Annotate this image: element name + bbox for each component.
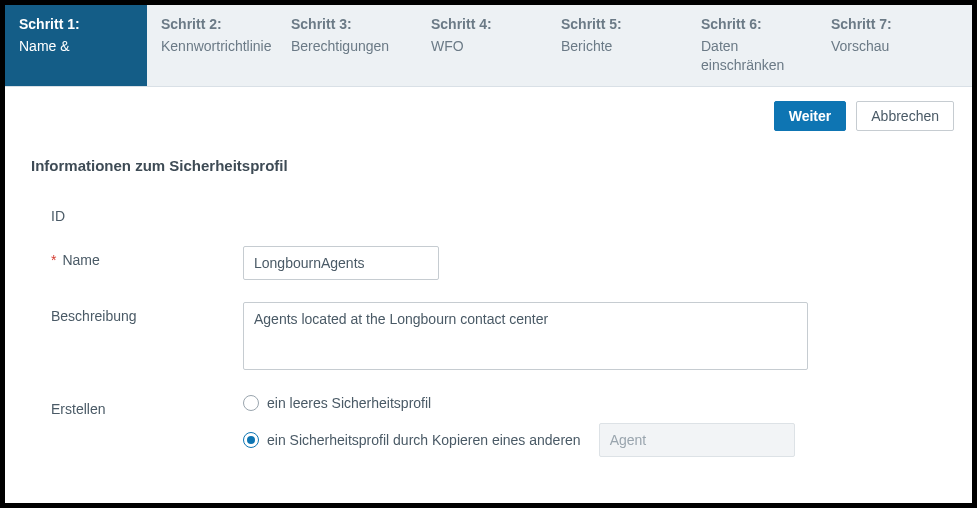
radio-icon[interactable]: [243, 432, 259, 448]
wizard-steps: Schritt 1: Name & Schritt 2: Kennwortric…: [5, 5, 972, 87]
id-label: ID: [31, 202, 243, 224]
step-subtitle: Name &: [19, 37, 135, 57]
radio-label-blank: ein leeres Sicherheitsprofil: [267, 395, 431, 411]
form-area: Informationen zum Sicherheitsprofil ID *…: [5, 139, 972, 483]
required-indicator: *: [51, 252, 56, 268]
step-4-wfo[interactable]: Schritt 4: WFO: [417, 5, 547, 86]
radio-icon[interactable]: [243, 395, 259, 411]
next-button[interactable]: Weiter: [774, 101, 847, 131]
radio-label-copy: ein Sicherheitsprofil durch Kopieren ein…: [267, 432, 581, 448]
step-7-preview[interactable]: Schritt 7: Vorschau: [817, 5, 972, 86]
name-label: Name: [62, 252, 99, 268]
step-6-restrict-data[interactable]: Schritt 6: Daten einschränken: [687, 5, 817, 86]
description-textarea[interactable]: [243, 302, 808, 370]
row-id: ID: [31, 202, 946, 224]
step-title: Schritt 6:: [701, 15, 805, 35]
radio-option-copy[interactable]: ein Sicherheitsprofil durch Kopieren ein…: [243, 423, 946, 457]
step-subtitle: Vorschau: [831, 37, 960, 57]
row-name: * Name: [31, 246, 946, 280]
create-label: Erstellen: [31, 395, 243, 417]
copy-source-select[interactable]: Agent: [599, 423, 795, 457]
step-title: Schritt 4:: [431, 15, 535, 35]
radio-option-blank[interactable]: ein leeres Sicherheitsprofil: [243, 395, 946, 411]
step-title: Schritt 3:: [291, 15, 405, 35]
step-subtitle: Berichte: [561, 37, 675, 57]
action-bar: Weiter Abbrechen: [5, 87, 972, 139]
step-subtitle: WFO: [431, 37, 535, 57]
step-3-permissions[interactable]: Schritt 3: Berechtigungen: [277, 5, 417, 86]
cancel-button[interactable]: Abbrechen: [856, 101, 954, 131]
step-subtitle: Kennwortrichtlinie: [161, 37, 265, 57]
step-subtitle: Daten einschränken: [701, 37, 805, 76]
step-title: Schritt 7:: [831, 15, 960, 35]
step-2-password-policy[interactable]: Schritt 2: Kennwortrichtlinie: [147, 5, 277, 86]
step-title: Schritt 1:: [19, 15, 135, 35]
wizard-frame: Schritt 1: Name & Schritt 2: Kennwortric…: [5, 5, 972, 503]
name-input[interactable]: [243, 246, 439, 280]
step-1-name[interactable]: Schritt 1: Name &: [5, 5, 147, 86]
name-label-wrap: * Name: [31, 246, 243, 268]
step-5-reports[interactable]: Schritt 5: Berichte: [547, 5, 687, 86]
row-description: Beschreibung: [31, 302, 946, 373]
description-label: Beschreibung: [31, 302, 243, 324]
step-subtitle: Berechtigungen: [291, 37, 405, 57]
step-title: Schritt 5:: [561, 15, 675, 35]
step-title: Schritt 2:: [161, 15, 265, 35]
section-title: Informationen zum Sicherheitsprofil: [31, 157, 946, 174]
row-create: Erstellen ein leeres Sicherheitsprofil e…: [31, 395, 946, 469]
